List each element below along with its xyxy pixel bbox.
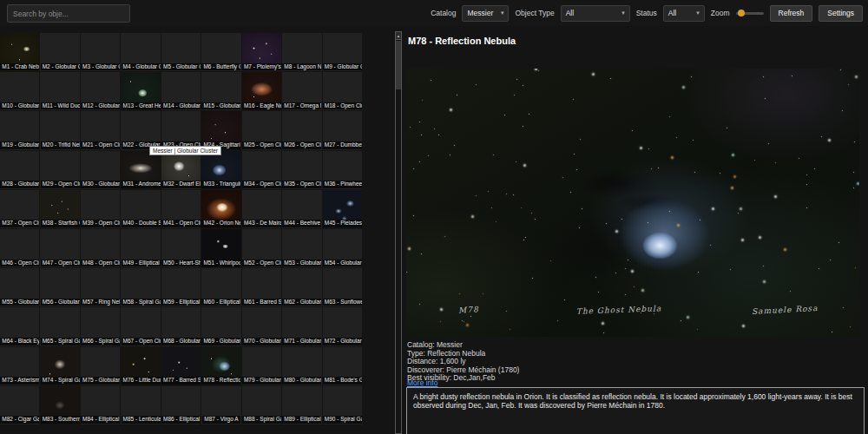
object-card-M48[interactable]: M48 - Open Cluster: [81, 229, 120, 267]
object-card-M67[interactable]: M67 - Open Cluster: [121, 307, 160, 345]
zoom-slider-knob[interactable]: [738, 10, 745, 16]
object-card-M1[interactable]: M1 - Crab Nebula: [0, 33, 39, 71]
object-card-M74[interactable]: M74 - Spiral Galaxy: [40, 347, 79, 385]
object-card-M81[interactable]: M81 - Bode's Gal...: [323, 347, 362, 385]
object-card-M36[interactable]: M36 - Pinwheel C...: [323, 151, 362, 189]
object-card-M70[interactable]: M70 - Globular C...: [242, 307, 281, 345]
object-card-M42[interactable]: M42 - Orion Neb...: [201, 190, 240, 228]
object-card-M58[interactable]: M58 - Spiral Galaxy: [121, 268, 160, 306]
object-card-M63[interactable]: M63 - Sunflower ...: [323, 268, 362, 306]
object-card-M52[interactable]: M52 - Open Cluster: [242, 229, 281, 267]
object-card-M11[interactable]: M11 - Wild Duck ...: [40, 72, 79, 110]
object-card-M13[interactable]: M13 - Great Herc...: [121, 72, 160, 110]
object-card-M55[interactable]: M55 - Globular C...: [0, 268, 39, 306]
object-card-M21[interactable]: M21 - Open Cluster: [81, 111, 120, 149]
object-card-M7[interactable]: M7 - Ptolemy's Cl...: [242, 33, 281, 71]
object-card-M82[interactable]: M82 - Cigar Galaxy: [0, 386, 39, 424]
object-card-M73[interactable]: M73 - Asterism: [0, 347, 39, 385]
object-card-M66[interactable]: M66 - Spiral Galaxy: [81, 307, 120, 345]
object-card-M61[interactable]: M61 - Barred Spir...: [242, 268, 281, 306]
object-card-M19[interactable]: M19 - Globular C...: [0, 111, 39, 149]
object-card-M23[interactable]: M23 - Open Cluster: [161, 111, 201, 149]
object-card-M29[interactable]: M29 - Open Cluster: [40, 151, 79, 189]
object-card-M83[interactable]: M83 - Southern P...: [40, 386, 79, 424]
object-card-M26[interactable]: M26 - Open Cluster: [282, 111, 321, 149]
object-card-M14[interactable]: M14 - Globular C...: [161, 72, 201, 110]
object-card-M17[interactable]: M17 - Omega Ne...: [282, 72, 321, 110]
object-card-M53[interactable]: M53 - Globular C...: [282, 229, 321, 267]
object-card-M22[interactable]: M22 - Globular C...: [121, 111, 160, 149]
object-type-select[interactable]: All ▾: [561, 5, 630, 22]
object-card-M15[interactable]: M15 - Globular C...: [201, 72, 240, 110]
object-card-M88[interactable]: M88 - Spiral Galaxy: [242, 386, 281, 424]
object-card-M68[interactable]: M68 - Globular C...: [161, 307, 201, 345]
object-card-M79[interactable]: M79 - Globular C...: [242, 347, 281, 385]
object-card-M37[interactable]: M37 - Open Cluster: [0, 190, 39, 228]
object-card-M65[interactable]: M65 - Spiral Galaxy: [40, 307, 79, 345]
object-card-M40[interactable]: M40 - Double Star: [121, 190, 160, 228]
object-card-M6[interactable]: M6 - Butterfly Clu...: [201, 33, 240, 71]
object-card-M46[interactable]: M46 - Open Cluster: [0, 229, 39, 267]
object-card-M4[interactable]: M4 - Globular Cl...: [121, 33, 160, 71]
object-card-M87[interactable]: M87 - Virgo A: [201, 386, 240, 424]
object-card-M5[interactable]: M5 - Globular Cl...: [161, 33, 201, 71]
object-card-M20[interactable]: M20 - Trifid Nebula: [40, 111, 79, 149]
search-input[interactable]: [7, 4, 130, 23]
object-card-M35[interactable]: M35 - Open Cluster: [282, 151, 321, 189]
object-card-M27[interactable]: M27 - Dumbbell ...: [323, 111, 362, 149]
object-card-M85[interactable]: M85 - Lenticular ...: [121, 386, 160, 424]
object-card-M89[interactable]: M89 - Elliptical G...: [282, 386, 321, 424]
refresh-button[interactable]: Refresh: [770, 5, 813, 22]
object-card-M43[interactable]: M43 - De Mairan...: [242, 190, 281, 228]
object-card-M51[interactable]: M51 - Whirlpool ...: [201, 229, 240, 267]
object-card-M77[interactable]: M77 - Barred Spir...: [161, 347, 201, 385]
object-card-M33[interactable]: M33 - Triangulum...: [201, 151, 240, 189]
catalog-select[interactable]: Messier ▾: [462, 5, 509, 22]
object-card-M32[interactable]: M32 - Dwarf Ellip...: [161, 151, 201, 189]
object-card-M9[interactable]: M9 - Globular Cl...: [323, 33, 362, 71]
object-card-M41[interactable]: M41 - Open Cluster: [161, 190, 201, 228]
object-card-M56[interactable]: M56 - Globular C...: [40, 268, 79, 306]
object-card-M75[interactable]: M75 - Globular C...: [81, 347, 120, 385]
object-card-M54[interactable]: M54 - Globular C...: [323, 229, 362, 267]
object-card-M57[interactable]: M57 - Ring Nebula: [81, 268, 120, 306]
object-card-M71[interactable]: M71 - Globular C...: [282, 307, 321, 345]
object-card-M72[interactable]: M72 - Globular C...: [323, 307, 362, 345]
object-card-M39[interactable]: M39 - Open Cluster: [81, 190, 120, 228]
status-select[interactable]: All ▾: [663, 5, 705, 22]
object-card-M30[interactable]: M30 - Globular C...: [81, 151, 120, 189]
object-card-M3[interactable]: M3 - Globular Cl...: [81, 33, 120, 71]
object-card-M38[interactable]: M38 - Starfish Clu...: [40, 190, 79, 228]
object-card-M80[interactable]: M80 - Globular C...: [282, 347, 321, 385]
object-card-M64[interactable]: M64 - Black Eye ...: [0, 307, 39, 345]
object-card-M34[interactable]: M34 - Open Cluster: [242, 151, 281, 189]
object-card-M59[interactable]: M59 - Elliptical G...: [161, 268, 201, 306]
object-card-M90[interactable]: M90 - Spiral Galaxy: [323, 386, 362, 424]
object-card-M45[interactable]: M45 - Pleiades: [323, 190, 362, 228]
object-card-M49[interactable]: M49 - Elliptical G...: [121, 229, 160, 267]
object-card-M78[interactable]: M78 - Reflection ...: [201, 347, 240, 385]
object-card-M60[interactable]: M60 - Elliptical G...: [201, 268, 240, 306]
object-card-M47[interactable]: M47 - Open Cluster: [40, 229, 79, 267]
object-card-M8[interactable]: M8 - Lagoon Neb...: [282, 33, 321, 71]
object-card-M2[interactable]: M2 - Globular Cl...: [40, 33, 79, 71]
settings-button[interactable]: Settings: [819, 5, 863, 22]
object-card-M18[interactable]: M18 - Open Cluster: [323, 72, 362, 110]
object-card-M62[interactable]: M62 - Globular C...: [282, 268, 321, 306]
object-card-M69[interactable]: M69 - Globular C...: [201, 307, 240, 345]
object-card-M12[interactable]: M12 - Globular C...: [81, 72, 120, 110]
zoom-slider[interactable]: [736, 12, 764, 15]
object-card-M76[interactable]: M76 - Little Dum...: [121, 347, 160, 385]
object-card-M28[interactable]: M28 - Globular C...: [0, 151, 39, 189]
object-card-M86[interactable]: M86 - Elliptical G...: [161, 386, 201, 424]
object-card-M50[interactable]: M50 - Heart-Shap...: [161, 229, 201, 267]
object-card-M25[interactable]: M25 - Open Cluster: [242, 111, 281, 149]
description-box[interactable]: A bright dusty reflection nebula in Orio…: [406, 387, 865, 434]
object-card-M44[interactable]: M44 - Beehive Cl...: [282, 190, 321, 228]
object-card-M16[interactable]: M16 - Eagle Nebula: [242, 72, 281, 110]
object-card-M10[interactable]: M10 - Globular C...: [0, 72, 39, 110]
more-info-link[interactable]: More info: [407, 378, 437, 387]
object-card-M24[interactable]: M24 - Sagittarius ...: [201, 111, 240, 149]
object-card-M31[interactable]: M31 - Andromed...: [121, 151, 160, 189]
object-card-M84[interactable]: M84 - Elliptical G...: [81, 386, 120, 424]
